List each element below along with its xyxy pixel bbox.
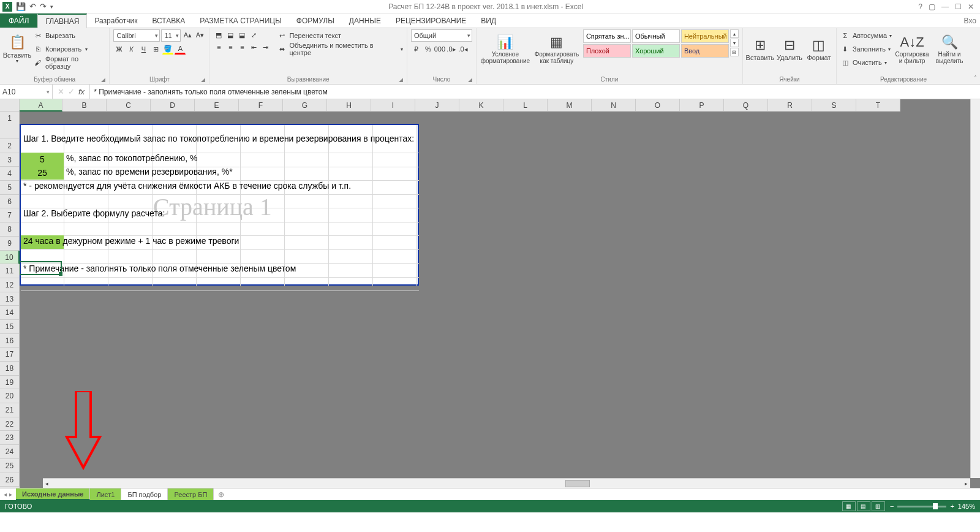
font-launcher-icon[interactable]: ◢ — [201, 77, 205, 83]
vertical-scrollbar[interactable] — [970, 99, 980, 478]
row-header-10[interactable]: 10 — [0, 251, 20, 265]
row-header-13[interactable]: 13 — [0, 292, 20, 306]
col-header-S[interactable]: S — [812, 99, 856, 112]
row-header-20[interactable]: 20 — [0, 389, 20, 403]
cell-b3[interactable]: %, запас по времени резервирования, %* — [65, 166, 234, 177]
tab-home[interactable]: ГЛАВНАЯ — [37, 13, 87, 28]
zoom-control[interactable]: − + 145% — [890, 503, 975, 510]
autosum-button[interactable]: ΣАвтосумма▾ — [840, 29, 892, 42]
bold-button[interactable]: Ж — [113, 44, 124, 55]
sheet-tab[interactable]: Лист1 — [90, 488, 121, 500]
clear-button[interactable]: ◫Очистить▾ — [840, 56, 892, 69]
sheet-tab[interactable]: Реестр БП — [168, 488, 214, 500]
styles-more-icon[interactable]: ⊟ — [730, 48, 739, 56]
sheet-tab[interactable]: БП подбор — [121, 488, 168, 500]
tab-developer[interactable]: Разработчик — [87, 13, 145, 28]
col-header-G[interactable]: G — [283, 99, 327, 112]
delete-cells-button[interactable]: ⊟Удалить — [776, 29, 803, 70]
paste-button[interactable]: 📋 Вставить ▾ — [4, 29, 31, 70]
cell-a10[interactable]: * Примечание - заполнять только поля отм… — [22, 263, 297, 274]
zoom-slider[interactable] — [897, 506, 946, 507]
cell-a2[interactable]: 5 — [21, 153, 64, 166]
col-header-J[interactable]: J — [415, 99, 459, 112]
style-cell[interactable]: Ввод — [681, 44, 729, 58]
alignment-launcher-icon[interactable]: ◢ — [399, 77, 403, 83]
col-header-D[interactable]: D — [151, 99, 195, 112]
fx-icon[interactable]: fx — [78, 87, 85, 96]
row-header-22[interactable]: 22 — [0, 417, 20, 431]
comma-icon[interactable]: 000 — [434, 44, 445, 55]
decrease-font-icon[interactable]: A▾ — [194, 29, 205, 40]
row-header-25[interactable]: 25 — [0, 459, 20, 473]
percent-icon[interactable]: % — [423, 44, 434, 55]
cell-styles-gallery[interactable]: Спрятать зн...ОбычныйНейтральныйПлохойХо… — [583, 29, 729, 58]
row-header-4[interactable]: 4 — [0, 167, 20, 181]
save-icon[interactable]: 💾 — [16, 2, 26, 11]
sheet-tab[interactable]: Исходные данные — [16, 488, 90, 500]
tab-insert[interactable]: ВСТАВКА — [145, 13, 192, 28]
row-header-26[interactable]: 26 — [0, 473, 20, 487]
col-header-E[interactable]: E — [195, 99, 239, 112]
row-header-19[interactable]: 19 — [0, 376, 20, 390]
row-header-18[interactable]: 18 — [0, 362, 20, 376]
align-right-icon[interactable]: ≡ — [236, 42, 247, 53]
style-cell[interactable]: Спрятать зн... — [583, 29, 631, 43]
redo-icon[interactable]: ↷ — [40, 2, 47, 11]
inc-decimal-icon[interactable]: .0▸ — [446, 44, 457, 55]
find-select-button[interactable]: 🔍Найти и выделить — [932, 29, 967, 70]
tab-formulas[interactable]: ФОРМУЛЫ — [289, 13, 342, 28]
row-header-9[interactable]: 9 — [0, 237, 20, 251]
row-header-24[interactable]: 24 — [0, 445, 20, 459]
zoom-in-icon[interactable]: + — [950, 503, 954, 510]
currency-icon[interactable]: ₽ — [411, 44, 422, 55]
ribbon-display-icon[interactable]: ▢ — [929, 2, 935, 11]
col-header-K[interactable]: K — [459, 99, 503, 112]
style-cell[interactable]: Плохой — [583, 44, 631, 58]
signin-label[interactable]: Вхо — [964, 13, 980, 28]
sort-filter-button[interactable]: A↓ZСортировка и фильтр — [894, 29, 930, 70]
row-header-8[interactable]: 8 — [0, 222, 20, 237]
tab-page-layout[interactable]: РАЗМЕТКА СТРАНИЦЫ — [192, 13, 289, 28]
tab-data[interactable]: ДАННЫЕ — [342, 13, 388, 28]
clipboard-launcher-icon[interactable]: ◢ — [101, 77, 105, 83]
format-as-table-button[interactable]: ▦ Форматировать как таблицу — [533, 29, 581, 70]
row-header-23[interactable]: 23 — [0, 431, 20, 445]
col-header-I[interactable]: I — [371, 99, 415, 112]
enter-formula-icon[interactable]: ✓ — [68, 87, 75, 96]
row-header-12[interactable]: 12 — [0, 278, 20, 292]
view-normal-icon[interactable]: ▦ — [842, 501, 856, 511]
col-header-T[interactable]: T — [856, 99, 900, 112]
row-header-17[interactable]: 17 — [0, 348, 20, 362]
align-left-icon[interactable]: ≡ — [213, 42, 224, 53]
maximize-icon[interactable]: ☐ — [955, 2, 962, 11]
orientation-icon[interactable]: ⤢ — [248, 29, 259, 40]
borders-button[interactable]: ⊞ — [150, 44, 161, 55]
col-header-H[interactable]: H — [327, 99, 371, 112]
tab-review[interactable]: РЕЦЕНЗИРОВАНИЕ — [388, 13, 473, 28]
font-size-combo[interactable]: 11 — [161, 29, 181, 42]
horizontal-scrollbar[interactable]: ◂ ▸ — [43, 478, 970, 488]
row-header-14[interactable]: 14 — [0, 306, 20, 320]
italic-button[interactable]: К — [126, 44, 137, 55]
row-header-21[interactable]: 21 — [0, 403, 20, 417]
file-tab[interactable]: ФАЙЛ — [0, 13, 37, 28]
styles-down-icon[interactable]: ▾ — [730, 39, 739, 47]
row-header-5[interactable]: 5 — [0, 181, 20, 195]
col-header-N[interactable]: N — [592, 99, 636, 112]
zoom-level[interactable]: 145% — [958, 503, 975, 510]
number-launcher-icon[interactable]: ◢ — [468, 77, 472, 83]
align-top-icon[interactable]: ⬒ — [213, 29, 224, 40]
col-header-M[interactable]: M — [548, 99, 592, 112]
style-cell[interactable]: Хороший — [632, 44, 680, 58]
dec-decimal-icon[interactable]: .0◂ — [458, 44, 469, 55]
col-header-L[interactable]: L — [503, 99, 548, 112]
fill-button[interactable]: ⬇Заполнить▾ — [840, 43, 892, 55]
align-bottom-icon[interactable]: ⬓ — [236, 29, 247, 40]
number-format-combo[interactable]: Общий — [411, 29, 472, 42]
row-header-2[interactable]: 2 — [0, 139, 20, 153]
merge-center-button[interactable]: ⬌Объединить и поместить в центре▾ — [277, 43, 402, 55]
view-page-break-icon[interactable]: ▥ — [872, 501, 885, 511]
cell-a3[interactable]: 25 — [21, 166, 64, 180]
cell-a6[interactable]: Шаг 2. Выберите формулу расчета: — [22, 208, 166, 219]
tab-view[interactable]: ВИД — [473, 13, 503, 28]
